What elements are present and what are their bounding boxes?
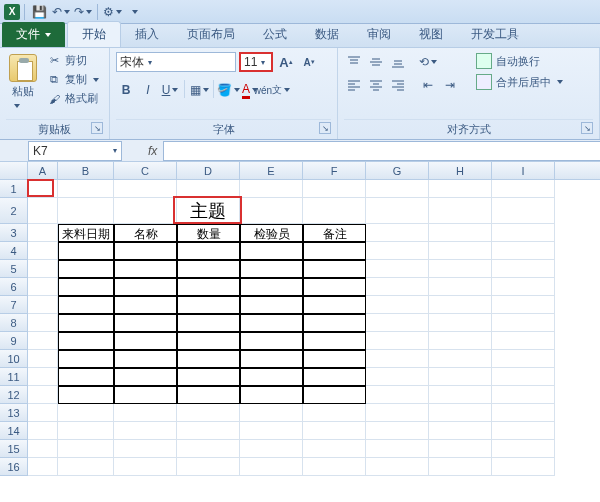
cell[interactable] [303, 242, 366, 260]
col-header-D[interactable]: D [177, 162, 240, 179]
cell[interactable] [240, 386, 303, 404]
cell[interactable] [240, 296, 303, 314]
cell[interactable] [177, 314, 240, 332]
tab-file[interactable]: 文件 [2, 22, 65, 47]
cell[interactable] [303, 422, 366, 440]
cell[interactable] [366, 350, 429, 368]
cell[interactable] [492, 198, 555, 224]
cell[interactable] [366, 332, 429, 350]
qat-more-button[interactable]: ⚙ [102, 2, 122, 22]
cell[interactable] [240, 422, 303, 440]
cell[interactable] [28, 458, 58, 476]
cell[interactable] [366, 242, 429, 260]
col-header-B[interactable]: B [58, 162, 114, 179]
cell[interactable] [366, 198, 429, 224]
cell[interactable] [303, 198, 366, 224]
cell[interactable] [28, 260, 58, 278]
copy-button[interactable]: ⧉复制 [43, 71, 103, 88]
cell[interactable] [240, 404, 303, 422]
clipboard-dialog-launcher[interactable]: ↘ [91, 122, 103, 134]
cell[interactable]: 备注 [303, 224, 366, 242]
col-header-E[interactable]: E [240, 162, 303, 179]
cell[interactable] [429, 314, 492, 332]
cell[interactable] [114, 458, 177, 476]
cell[interactable] [240, 180, 303, 198]
row-header-7[interactable]: 7 [0, 296, 28, 314]
align-center-button[interactable] [366, 75, 386, 95]
cell[interactable] [58, 332, 114, 350]
tab-review[interactable]: 审阅 [353, 22, 405, 47]
cell[interactable] [303, 278, 366, 296]
cell[interactable] [28, 278, 58, 296]
cell[interactable] [429, 296, 492, 314]
cell[interactable] [114, 350, 177, 368]
cell[interactable] [114, 404, 177, 422]
cell[interactable] [429, 242, 492, 260]
cell[interactable] [429, 404, 492, 422]
cell[interactable] [492, 422, 555, 440]
row-header-14[interactable]: 14 [0, 422, 28, 440]
cell[interactable] [114, 314, 177, 332]
cell[interactable] [492, 242, 555, 260]
decrease-indent-button[interactable]: ⇤ [418, 75, 438, 95]
col-header-H[interactable]: H [429, 162, 492, 179]
cell[interactable] [177, 242, 240, 260]
cell[interactable] [492, 440, 555, 458]
cell[interactable] [303, 404, 366, 422]
formula-input[interactable] [163, 141, 600, 161]
cell[interactable] [303, 180, 366, 198]
cell[interactable] [366, 260, 429, 278]
cell[interactable] [114, 260, 177, 278]
cell[interactable] [177, 386, 240, 404]
save-button[interactable]: 💾 [29, 2, 49, 22]
wrap-text-button[interactable]: 自动换行 [472, 52, 567, 70]
cell[interactable] [58, 404, 114, 422]
bold-button[interactable]: B [116, 80, 136, 100]
cell[interactable] [366, 368, 429, 386]
cell[interactable] [366, 278, 429, 296]
cell[interactable] [429, 198, 492, 224]
row-header-12[interactable]: 12 [0, 386, 28, 404]
format-painter-button[interactable]: 🖌格式刷 [43, 90, 103, 107]
cell[interactable]: 来料日期 [58, 224, 114, 242]
cell[interactable] [429, 224, 492, 242]
cell[interactable] [492, 458, 555, 476]
align-bottom-button[interactable] [388, 52, 408, 72]
grow-font-button[interactable]: A▴ [276, 52, 296, 72]
cell[interactable] [28, 296, 58, 314]
font-size-combo[interactable]: 11▾ [239, 52, 273, 72]
cell[interactable] [429, 180, 492, 198]
cell[interactable] [114, 242, 177, 260]
cell[interactable] [303, 296, 366, 314]
cell[interactable] [240, 458, 303, 476]
fill-color-button[interactable]: 🪣 [218, 80, 238, 100]
cell[interactable] [492, 180, 555, 198]
cell[interactable] [114, 198, 177, 224]
cell[interactable] [28, 224, 58, 242]
tab-data[interactable]: 数据 [301, 22, 353, 47]
align-right-button[interactable] [388, 75, 408, 95]
row-header-16[interactable]: 16 [0, 458, 28, 476]
cell[interactable] [28, 404, 58, 422]
select-all-corner[interactable] [0, 162, 28, 179]
border-button[interactable]: ▦ [189, 80, 209, 100]
cell[interactable] [177, 422, 240, 440]
cell[interactable] [28, 386, 58, 404]
cell[interactable] [28, 198, 58, 224]
cell[interactable] [429, 350, 492, 368]
cell[interactable] [58, 296, 114, 314]
col-header-F[interactable]: F [303, 162, 366, 179]
cell[interactable] [177, 180, 240, 198]
cell[interactable] [492, 314, 555, 332]
cell[interactable] [58, 368, 114, 386]
row-header-13[interactable]: 13 [0, 404, 28, 422]
redo-button[interactable]: ↷ [73, 2, 93, 22]
cell[interactable]: 数量 [177, 224, 240, 242]
cell[interactable] [177, 404, 240, 422]
cell[interactable] [429, 278, 492, 296]
underline-button[interactable]: U [160, 80, 180, 100]
cell[interactable] [28, 242, 58, 260]
cell[interactable] [240, 350, 303, 368]
cell[interactable] [492, 224, 555, 242]
cell[interactable] [240, 260, 303, 278]
